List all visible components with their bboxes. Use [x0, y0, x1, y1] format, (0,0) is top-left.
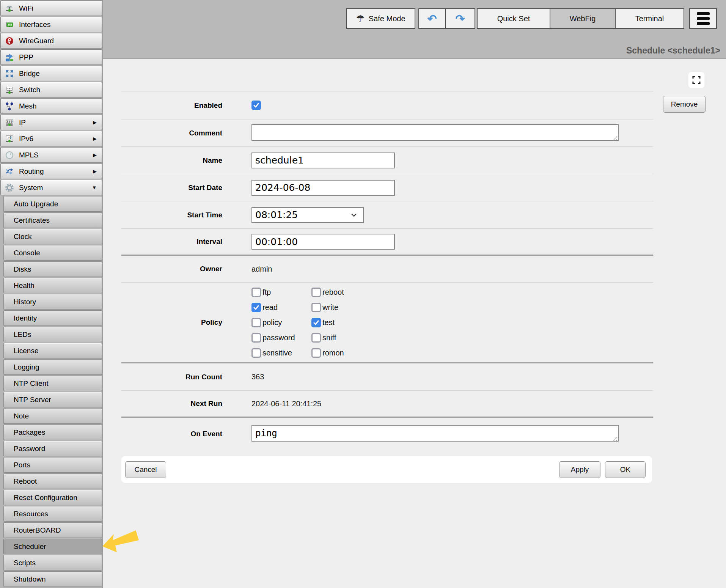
- sidebar-item-leds[interactable]: LEDs: [3, 327, 102, 342]
- annotation-arrow: [102, 527, 140, 557]
- name-label: Name: [121, 156, 222, 165]
- sidebar-item-ntp-server[interactable]: NTP Server: [3, 392, 102, 407]
- start-time-select[interactable]: 08:01:25: [251, 207, 364, 223]
- undo-button[interactable]: ↶: [418, 8, 446, 29]
- start-date-input[interactable]: [251, 180, 395, 196]
- sidebar-item-label: Interfaces: [19, 20, 50, 29]
- next-run-value: 2024-06-11 20:41:25: [251, 399, 321, 408]
- chevron-down-icon: [351, 213, 357, 217]
- sidebar-item-reboot[interactable]: Reboot: [3, 473, 102, 489]
- sidebar-item-shutdown[interactable]: Shutdown: [3, 571, 102, 587]
- remove-button[interactable]: Remove: [663, 96, 706, 113]
- sidebar-item-ntp-client[interactable]: NTP Client: [3, 376, 102, 391]
- bridge-icon: [4, 69, 15, 79]
- enabled-label: Enabled: [121, 101, 222, 110]
- hamburger-menu-button[interactable]: [689, 8, 717, 29]
- sidebar-item-license[interactable]: License: [3, 343, 102, 358]
- sidebar-item-label: WireGuard: [19, 37, 54, 45]
- tab-webfig[interactable]: WebFig: [550, 8, 616, 29]
- redo-icon: ↷: [455, 12, 465, 25]
- sidebar-item-scheduler[interactable]: Scheduler: [3, 539, 102, 554]
- name-input[interactable]: [251, 153, 395, 168]
- svg-text:255: 255: [6, 119, 13, 123]
- sidebar-item-mpls[interactable]: MPLS ▶: [0, 147, 102, 163]
- sidebar-item-health[interactable]: Health: [3, 278, 102, 293]
- owner-label: Owner: [121, 265, 222, 273]
- owner-value: admin: [251, 265, 272, 274]
- redo-button[interactable]: ↷: [445, 8, 475, 29]
- policy-read-checkbox[interactable]: [251, 303, 261, 312]
- check-icon: [253, 102, 260, 109]
- policy-password-checkbox[interactable]: [251, 333, 261, 343]
- sidebar-item-console[interactable]: Console: [3, 245, 102, 261]
- ok-button[interactable]: OK: [605, 461, 646, 478]
- sidebar-item-ports[interactable]: Ports: [3, 457, 102, 473]
- form-row-on-event: On Event ping: [121, 417, 653, 450]
- sidebar-item-logging[interactable]: Logging: [3, 359, 102, 375]
- sidebar-item-reset-configuration[interactable]: Reset Configuration: [3, 490, 102, 505]
- sidebar-item-routerboard[interactable]: RouterBOARD: [3, 522, 102, 538]
- form-row-interval: Interval: [121, 228, 653, 255]
- comment-input[interactable]: [251, 124, 619, 141]
- sidebar-item-switch[interactable]: Switch: [0, 82, 102, 97]
- policy-ftp-checkbox[interactable]: [251, 288, 261, 297]
- sidebar-item-routing[interactable]: Routing ▶: [0, 164, 102, 179]
- sidebar-item-history[interactable]: History: [3, 294, 102, 310]
- enabled-checkbox[interactable]: [251, 101, 261, 110]
- chevron-right-icon: ▶: [93, 136, 97, 141]
- cancel-button[interactable]: Cancel: [125, 461, 166, 478]
- sidebar-item-bridge[interactable]: Bridge: [0, 66, 102, 81]
- sidebar-item-ppp[interactable]: PPP: [0, 49, 102, 65]
- tab-terminal[interactable]: Terminal: [615, 8, 684, 29]
- form-row-start-time: Start Time 08:01:25: [121, 201, 653, 228]
- chevron-right-icon: ▶: [93, 152, 97, 158]
- policy-reboot-checkbox[interactable]: [311, 288, 321, 297]
- policy-policy-checkbox[interactable]: [251, 318, 261, 327]
- safe-mode-button[interactable]: ☂ Safe Mode: [346, 8, 415, 29]
- apply-button[interactable]: Apply: [559, 461, 600, 478]
- on-event-label: On Event: [121, 430, 222, 438]
- wifi-icon: [4, 3, 15, 13]
- form-row-owner: Owner admin: [121, 255, 653, 282]
- sidebar-item-packages[interactable]: Packages: [3, 424, 102, 440]
- sidebar-item-label: MPLS: [19, 151, 39, 159]
- sidebar-item-ip[interactable]: 255 IP ▶: [0, 115, 102, 130]
- ip-icon: 255: [4, 118, 15, 127]
- sidebar-item-label: IPv6: [19, 135, 33, 143]
- sidebar-item-disks[interactable]: Disks: [3, 261, 102, 277]
- policy-sniff-checkbox[interactable]: [311, 333, 321, 343]
- policy-sensitive-checkbox[interactable]: [251, 348, 261, 358]
- chevron-right-icon: ▶: [93, 119, 97, 125]
- interval-input[interactable]: [251, 234, 395, 250]
- sidebar-item-wireguard[interactable]: WireGuard: [0, 33, 102, 49]
- sidebar-item-label: PPP: [19, 53, 33, 61]
- gear-icon: [4, 183, 15, 193]
- sidebar-item-identity[interactable]: Identity: [3, 310, 102, 326]
- hamburger-icon: [697, 12, 710, 15]
- sidebar-item-clock[interactable]: Clock: [3, 229, 102, 244]
- mpls-icon: [4, 150, 15, 160]
- chevron-down-icon: ▼: [92, 185, 97, 190]
- sidebar-item-note[interactable]: Note: [3, 408, 102, 424]
- on-event-input[interactable]: ping: [251, 425, 619, 442]
- sidebar-item-certificates[interactable]: Certificates: [3, 212, 102, 228]
- sidebar-item-interfaces[interactable]: Interfaces: [0, 17, 102, 32]
- sidebar-item-password[interactable]: Password: [3, 441, 102, 456]
- tab-quick-set[interactable]: Quick Set: [477, 8, 550, 29]
- sidebar-item-resources[interactable]: Resources: [3, 506, 102, 522]
- run-count-label: Run Count: [121, 373, 222, 381]
- policy-write-checkbox[interactable]: [311, 303, 321, 312]
- sidebar-item-wifi[interactable]: WiFi: [0, 0, 102, 16]
- fullscreen-expand-button[interactable]: [688, 72, 704, 88]
- sidebar-item-label: Bridge: [19, 69, 40, 78]
- sidebar-item-system[interactable]: System ▼: [0, 180, 102, 195]
- sidebar-item-mesh[interactable]: Mesh: [0, 98, 102, 114]
- expand-icon: [691, 75, 701, 85]
- sidebar-item-auto-upgrade[interactable]: Auto Upgrade: [3, 196, 102, 212]
- policy-romon-checkbox[interactable]: [311, 348, 321, 358]
- webfig-page: WiFi Interfaces WireGuard PPP Bridge Swi…: [0, 0, 726, 588]
- sidebar-item-ipv6[interactable]: ✓6 IPv6 ▶: [0, 131, 102, 146]
- policy-test-checkbox[interactable]: [311, 318, 321, 327]
- form-row-name: Name: [121, 146, 653, 174]
- sidebar-item-scripts[interactable]: Scripts: [3, 555, 102, 571]
